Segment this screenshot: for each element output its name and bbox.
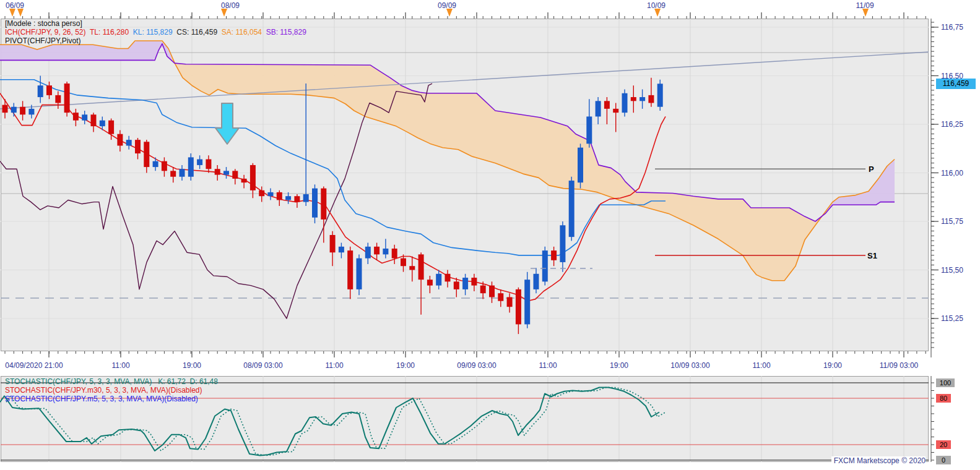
price-axis-label: 115,25 <box>941 314 963 323</box>
time-axis-label: 04/09/2020 21:00 <box>5 361 63 370</box>
session-marker-icon <box>17 9 24 17</box>
stoch-legend-1: STOCHASTIC(CHF/JPY, 5, 3, 3, MVA, MVA) K… <box>5 377 218 386</box>
stoch-axis-label: 0 <box>936 456 951 464</box>
time-axis-label: 11/09 03:00 <box>880 361 919 370</box>
legend-kl-value: KL: 115,829 <box>133 28 173 36</box>
time-axis-label: 09/09 03:00 <box>457 361 496 370</box>
stoch-legend-3: STOCHASTIC(CHF/JPY.m5, 5, 3, 3, MVA, MVA… <box>5 395 198 403</box>
price-axis-label: 116,75 <box>941 23 963 32</box>
legend-ich-label: ICH(CHF/JPY, 9, 26, 52) <box>5 28 86 36</box>
time-axis-label: 19:00 <box>610 361 628 370</box>
time-axis-label: 08/09 03:00 <box>243 361 282 370</box>
time-axis-label: 11:00 <box>539 361 557 370</box>
legend-tl-value: TL: 116,280 <box>90 28 129 36</box>
stoch-axis-label: 100 <box>936 378 955 387</box>
legend-sb-value: SB: 115,829 <box>266 28 306 36</box>
legend-cs-value: CS: 116,459 <box>176 28 217 36</box>
chart-window: [Modele : stocha perso] ICH(CHF/JPY, 9, … <box>0 0 980 470</box>
legend-pivot: PIVOT(CHF/JPY,Pivot) <box>5 36 80 45</box>
price-axis-label: 115,50 <box>941 266 963 275</box>
stoch-d-value: D: 61,48 <box>190 377 218 386</box>
price-axis-label: 116,25 <box>941 120 963 129</box>
legend-model: [Modele : stocha perso] <box>5 19 82 28</box>
time-axis-label: 19:00 <box>823 361 842 370</box>
time-axis-label: 19:00 <box>183 361 201 370</box>
stoch-axis-label: 80 <box>936 394 951 403</box>
current-price-tag: 116,459 <box>936 79 976 89</box>
time-axis-label: 11:00 <box>752 361 770 370</box>
stoch-axis-label: 20 <box>936 440 951 449</box>
session-marker-icon <box>654 9 661 17</box>
watermark-text: FXCM Marketscope © 2020 <box>831 456 926 465</box>
main-chart-panel[interactable] <box>1 19 929 351</box>
session-marker-icon <box>9 9 15 17</box>
price-axis-label: 116,00 <box>941 169 963 177</box>
legend-ichimoku: ICH(CHF/JPY, 9, 26, 52) TL: 116,280 KL: … <box>5 28 306 36</box>
stoch-legend-2: STOCHASTIC(CHF/JPY.m30, 5, 3, 3, MVA, MV… <box>5 386 202 395</box>
time-axis-label: 10/09 03:00 <box>670 361 709 370</box>
time-axis-label: 19:00 <box>396 361 415 370</box>
pivot-p-label: P <box>869 164 874 174</box>
session-marker-icon <box>862 9 869 17</box>
price-axis-label: 115,75 <box>941 217 963 226</box>
time-axis-label: 11:00 <box>111 361 129 370</box>
time-axis-label: 11:00 <box>325 361 343 370</box>
legend-sa-value: SA: 116,054 <box>222 28 262 36</box>
session-marker-icon <box>446 9 453 17</box>
stoch-legend-1-label: STOCHASTIC(CHF/JPY, 5, 3, 3, MVA, MVA) <box>5 377 152 386</box>
session-marker-icon <box>221 9 227 17</box>
pivot-s1-label: S1 <box>867 251 877 260</box>
stoch-k-value: K: 61,72 <box>158 377 186 386</box>
